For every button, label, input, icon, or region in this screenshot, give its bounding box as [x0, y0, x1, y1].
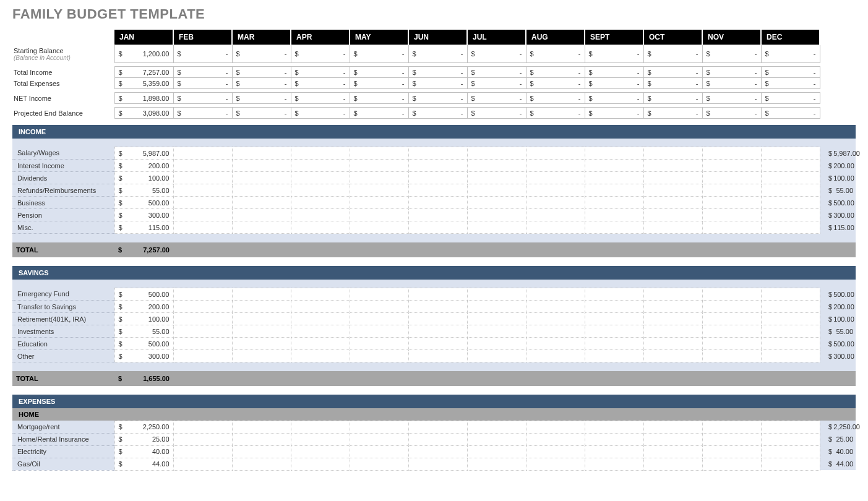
- line-cell[interactable]: $55.00: [114, 325, 173, 338]
- line-cell[interactable]: [585, 197, 643, 209]
- summary-cell[interactable]: $3,098.00: [114, 108, 173, 119]
- line-cell[interactable]: [761, 197, 820, 209]
- summary-cell[interactable]: $-: [291, 45, 350, 63]
- line-cell[interactable]: $500.00: [114, 288, 173, 301]
- summary-cell[interactable]: $-: [173, 45, 232, 63]
- line-cell[interactable]: [526, 288, 585, 301]
- summary-cell[interactable]: $-: [232, 78, 291, 89]
- line-cell[interactable]: $25.00: [114, 433, 173, 445]
- line-cell[interactable]: [761, 172, 820, 184]
- line-cell[interactable]: [526, 301, 585, 313]
- line-cell[interactable]: [232, 445, 291, 458]
- line-cell[interactable]: $200.00: [114, 160, 173, 172]
- line-cell[interactable]: [467, 221, 526, 234]
- line-cell[interactable]: [761, 421, 820, 433]
- line-cell[interactable]: [702, 350, 761, 362]
- summary-cell[interactable]: $-: [761, 78, 820, 89]
- line-cell[interactable]: [585, 172, 643, 184]
- line-cell[interactable]: [643, 147, 702, 160]
- line-cell[interactable]: [173, 209, 232, 221]
- line-cell[interactable]: [585, 221, 643, 234]
- line-cell[interactable]: [408, 147, 467, 160]
- line-cell[interactable]: $2,250.00: [114, 421, 173, 433]
- line-cell[interactable]: [761, 458, 820, 470]
- line-cell[interactable]: [232, 325, 291, 338]
- summary-cell[interactable]: $-: [467, 45, 526, 63]
- line-cell[interactable]: [643, 458, 702, 470]
- summary-cell[interactable]: $-: [291, 93, 350, 104]
- line-cell[interactable]: [702, 433, 761, 445]
- line-cell[interactable]: [643, 313, 702, 325]
- summary-cell[interactable]: $-: [526, 45, 585, 63]
- line-cell[interactable]: [232, 209, 291, 221]
- line-cell[interactable]: [350, 301, 408, 313]
- summary-cell[interactable]: $-: [408, 45, 467, 63]
- line-cell[interactable]: [702, 301, 761, 313]
- line-cell[interactable]: [291, 325, 350, 338]
- summary-cell[interactable]: $-: [643, 45, 702, 63]
- summary-cell[interactable]: $-: [467, 78, 526, 89]
- summary-cell[interactable]: $-: [350, 93, 408, 104]
- line-cell[interactable]: [467, 338, 526, 350]
- line-cell[interactable]: [408, 445, 467, 458]
- line-cell[interactable]: [585, 160, 643, 172]
- line-cell[interactable]: [585, 421, 643, 433]
- summary-cell[interactable]: $7,257.00: [114, 67, 173, 78]
- line-cell[interactable]: [232, 458, 291, 470]
- line-cell[interactable]: [350, 197, 408, 209]
- line-cell[interactable]: [291, 147, 350, 160]
- line-cell[interactable]: [467, 313, 526, 325]
- line-cell[interactable]: $500.00: [114, 338, 173, 350]
- line-cell[interactable]: [467, 184, 526, 197]
- summary-cell[interactable]: $-: [291, 78, 350, 89]
- line-cell[interactable]: [585, 325, 643, 338]
- line-cell[interactable]: [232, 147, 291, 160]
- line-cell[interactable]: [643, 160, 702, 172]
- line-cell[interactable]: $300.00: [114, 209, 173, 221]
- line-cell[interactable]: [232, 433, 291, 445]
- line-cell[interactable]: [232, 313, 291, 325]
- summary-cell[interactable]: $-: [585, 45, 643, 63]
- line-cell[interactable]: [702, 288, 761, 301]
- line-cell[interactable]: [467, 325, 526, 338]
- line-cell[interactable]: [526, 221, 585, 234]
- summary-cell[interactable]: $-: [761, 67, 820, 78]
- line-cell[interactable]: [173, 313, 232, 325]
- line-cell[interactable]: [291, 458, 350, 470]
- line-cell[interactable]: [173, 350, 232, 362]
- line-cell[interactable]: [350, 160, 408, 172]
- summary-cell[interactable]: $-: [291, 108, 350, 119]
- line-cell[interactable]: [761, 184, 820, 197]
- line-cell[interactable]: [643, 350, 702, 362]
- line-cell[interactable]: [291, 313, 350, 325]
- line-cell[interactable]: [408, 197, 467, 209]
- summary-cell[interactable]: $-: [526, 93, 585, 104]
- summary-cell[interactable]: $-: [173, 108, 232, 119]
- summary-cell[interactable]: $-: [350, 108, 408, 119]
- line-cell[interactable]: [350, 338, 408, 350]
- line-cell[interactable]: [761, 325, 820, 338]
- line-cell[interactable]: [173, 197, 232, 209]
- line-cell[interactable]: [585, 433, 643, 445]
- line-cell[interactable]: [702, 445, 761, 458]
- summary-cell[interactable]: $1,898.00: [114, 93, 173, 104]
- line-cell[interactable]: [232, 197, 291, 209]
- line-cell[interactable]: [350, 445, 408, 458]
- line-cell[interactable]: [350, 313, 408, 325]
- line-cell[interactable]: $40.00: [114, 445, 173, 458]
- line-cell[interactable]: [173, 325, 232, 338]
- line-cell[interactable]: [643, 209, 702, 221]
- summary-cell[interactable]: $-: [350, 45, 408, 63]
- line-cell[interactable]: [350, 433, 408, 445]
- line-cell[interactable]: [173, 172, 232, 184]
- line-cell[interactable]: [643, 172, 702, 184]
- line-cell[interactable]: [232, 160, 291, 172]
- line-cell[interactable]: [585, 350, 643, 362]
- summary-cell[interactable]: $-: [232, 93, 291, 104]
- summary-cell[interactable]: $-: [350, 67, 408, 78]
- line-cell[interactable]: $115.00: [114, 221, 173, 234]
- line-cell[interactable]: [585, 288, 643, 301]
- line-cell[interactable]: [350, 184, 408, 197]
- summary-cell[interactable]: $-: [585, 108, 643, 119]
- line-cell[interactable]: [643, 445, 702, 458]
